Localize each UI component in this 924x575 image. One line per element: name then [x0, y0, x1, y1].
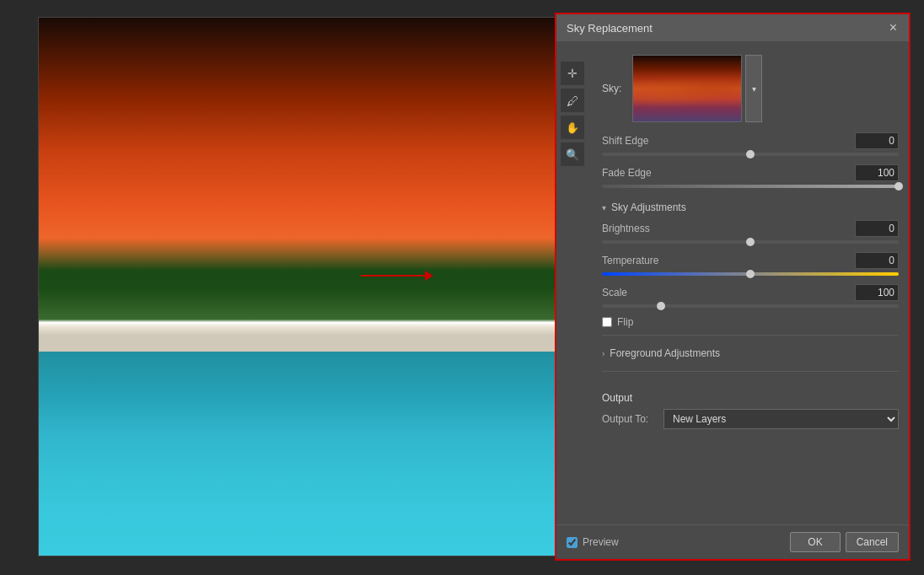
canvas-image: [38, 17, 594, 556]
output-title: Output: [602, 392, 899, 404]
canvas-image-inner: [39, 18, 594, 556]
preview-label: Preview: [583, 536, 619, 548]
move-tool-button[interactable]: ✛: [561, 62, 584, 85]
shift-edge-input[interactable]: [855, 132, 899, 149]
tools-column: ✛ 🖊 ✋ 🔍: [555, 55, 590, 166]
cancel-button[interactable]: Cancel: [846, 532, 899, 552]
brush-icon: 🖊: [567, 94, 579, 108]
flip-row: Flip: [602, 316, 899, 328]
fade-edge-header: Fade Edge: [602, 164, 899, 181]
foreground-adjustments-chevron-icon: ›: [602, 349, 604, 358]
scale-slider-track[interactable]: [602, 304, 899, 308]
brush-tool-button[interactable]: 🖊: [561, 89, 584, 112]
temperature-row: Temperature: [602, 252, 899, 276]
footer-left: Preview: [567, 536, 619, 548]
brightness-label: Brightness: [602, 223, 650, 234]
temperature-label: Temperature: [602, 255, 658, 266]
brightness-slider-thumb[interactable]: [746, 238, 755, 246]
fade-edge-label: Fade Edge: [602, 167, 652, 179]
temperature-slider-thumb[interactable]: [746, 270, 755, 278]
shift-edge-slider-thumb[interactable]: [746, 150, 755, 159]
dialog-titlebar: Sky Replacement ×: [556, 14, 909, 41]
sky-row: Sky: ▾: [602, 55, 899, 122]
flip-checkbox[interactable]: [602, 317, 612, 327]
sky-replacement-dialog: Sky Replacement × Sky: ▾ Shift: [555, 13, 911, 561]
hand-tool-button[interactable]: ✋: [561, 116, 584, 139]
temperature-input[interactable]: [855, 252, 899, 269]
dialog-inner: Sky: ▾ Shift Edge: [592, 48, 909, 385]
scale-slider-thumb[interactable]: [657, 302, 665, 310]
fade-edge-input[interactable]: [855, 164, 899, 181]
sky-thumbnail-wrapper: ▾: [632, 55, 762, 122]
dialog-footer: Preview OK Cancel: [556, 524, 909, 559]
water-layer: [39, 352, 594, 556]
zoom-icon: 🔍: [566, 148, 579, 161]
move-icon: ✛: [567, 67, 578, 80]
scale-row: Scale: [602, 284, 899, 308]
sky-thumbnail-clouds: [633, 76, 741, 109]
brightness-row: Brightness: [602, 220, 899, 244]
shift-edge-label: Shift Edge: [602, 135, 648, 147]
output-to-select[interactable]: New Layers Duplicate Layer Current Layer: [663, 409, 899, 429]
dialog-close-button[interactable]: ×: [888, 21, 899, 35]
zoom-tool-button[interactable]: 🔍: [561, 142, 584, 166]
sky-adjustments-section-header[interactable]: ▾ Sky Adjustments: [602, 196, 899, 220]
fade-edge-row: Fade Edge: [602, 164, 899, 188]
ok-button[interactable]: OK: [790, 532, 840, 552]
sky-adjustments-chevron-icon: ▾: [602, 203, 606, 212]
output-to-label: Output To:: [602, 413, 657, 425]
flip-label: Flip: [617, 316, 633, 328]
dialog-body: Sky: ▾ Shift Edge: [556, 41, 909, 524]
scale-label: Scale: [602, 287, 627, 298]
brightness-input[interactable]: [855, 220, 899, 237]
sky-dropdown-button[interactable]: ▾: [745, 55, 762, 122]
scale-header: Scale: [602, 284, 899, 301]
temperature-slider-track[interactable]: [602, 272, 899, 276]
sky-thumbnail[interactable]: [632, 55, 742, 122]
shift-edge-header: Shift Edge: [602, 132, 899, 149]
foreground-adjustments-section[interactable]: › Foreground Adjustments: [602, 342, 899, 364]
fade-edge-slider-thumb[interactable]: [894, 182, 903, 191]
divider-2: [602, 371, 899, 372]
scale-input[interactable]: [855, 284, 899, 301]
output-section: Output Output To: New Layers Duplicate L…: [556, 385, 909, 443]
output-row: Output To: New Layers Duplicate Layer Cu…: [602, 409, 899, 429]
shift-edge-row: Shift Edge: [602, 132, 899, 156]
foreground-adjustments-label: Foreground Adjustments: [610, 347, 720, 359]
sky-adjustments-label: Sky Adjustments: [611, 202, 686, 213]
preview-checkbox[interactable]: [567, 537, 578, 548]
chevron-down-icon: ▾: [752, 84, 756, 94]
island-layer: [39, 190, 594, 351]
divider-1: [602, 335, 899, 336]
brightness-header: Brightness: [602, 220, 899, 237]
shift-edge-slider-track[interactable]: [602, 153, 899, 156]
dialog-title: Sky Replacement: [567, 22, 653, 35]
arrow-indicator: [361, 275, 428, 277]
sky-label: Sky:: [602, 83, 626, 94]
fade-edge-slider-track[interactable]: [602, 185, 899, 188]
brightness-slider-track[interactable]: [602, 240, 899, 244]
hand-icon: ✋: [566, 121, 579, 134]
footer-buttons: OK Cancel: [790, 532, 899, 552]
temperature-header: Temperature: [602, 252, 899, 269]
